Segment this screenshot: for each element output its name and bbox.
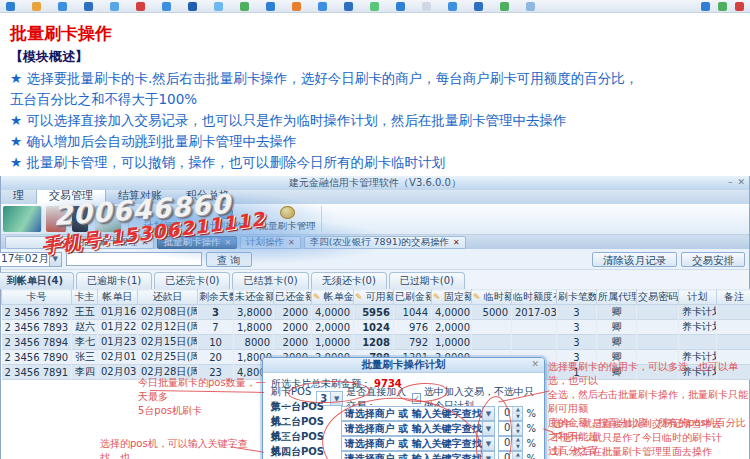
cell: 2017-03-08 [512,305,557,320]
filter-tab[interactable]: 已逾期卡(1) [76,272,152,289]
toolbar-button-计划操作[interactable]: 计划操作 [194,205,256,233]
filter-tab[interactable]: 无须还卡(0) [311,272,387,289]
column-header-已还金额[interactable]: 已还金额 [274,290,312,305]
app-title: 建元金融信用卡管理软件（V3.6.0.0） [289,176,461,190]
taskbar-icon[interactable] [266,2,275,11]
taskbar-icon[interactable] [474,2,483,11]
close-icon[interactable]: ✕ [737,177,745,187]
direct-join-checkbox[interactable]: ✓ [412,393,421,404]
tab-close-icon[interactable]: ✕ [224,238,231,247]
taskbar-icon[interactable] [162,2,171,11]
taskbar-icon[interactable] [188,2,197,11]
column-header-未还金额[interactable]: 未还金额 [234,290,274,305]
column-header-帐单金额[interactable]: ✎ 帐单金额 [312,290,354,305]
column-header-临时额度[interactable]: ✎ 临时额度 [472,290,512,305]
column-header-交易密码[interactable]: 交易密码 [637,290,679,305]
taskbar-icon[interactable] [240,2,249,11]
taskbar-icon[interactable] [718,2,727,11]
cell: 1044 [394,305,432,320]
filter-tab[interactable]: 已结算卡(0) [232,272,308,289]
doc-tab[interactable]: 批量刷卡管理✕ [75,236,155,249]
month-dropdown[interactable]: 17年02月 ▼ [0,252,62,267]
taskbar-icon[interactable] [344,2,353,11]
taskbar-icon[interactable] [84,2,93,11]
column-header-剩余天数[interactable]: 剩余天数 [198,290,234,305]
tab-close-icon[interactable]: ✕ [453,238,460,247]
taskbar-icon[interactable] [370,2,379,11]
cell: 2 3456 7892 [2,305,72,320]
taskbar-icon[interactable] [292,2,301,11]
dialog-close-icon[interactable]: ✕ [531,359,539,369]
column-header-卡主[interactable]: 卡主 [72,290,98,305]
taskbar-icon[interactable] [136,2,145,11]
clear-month-button[interactable]: 清除该月记录 [592,252,677,267]
table-row[interactable]: 2 3456 7892王五01月16日02月08日(周三)33,80002000… [2,305,750,320]
cell: 7 [198,320,234,335]
cell [637,335,679,350]
search-input[interactable] [66,252,202,266]
merchant-select[interactable]: 请选择商户 或 输入关键字查找▼ [341,451,495,459]
taskbar-icon[interactable] [58,2,67,11]
taskbar-icon[interactable] [526,2,535,11]
doc-tab[interactable]: 李四(农业银行 7891)的交易操作✕ [304,236,466,249]
stepper-arrows[interactable]: ▲▼ [512,407,522,420]
arrange-trade-button[interactable]: 交易安排 [681,252,745,267]
tab-close-icon[interactable]: ✕ [142,238,149,247]
chevron-down-icon[interactable]: ▼ [482,422,494,435]
taskbar-icon[interactable] [6,2,15,11]
percent-stepper[interactable]: 0▲▼ [498,421,524,436]
doc-tab[interactable]: ✕ [5,236,72,249]
percent-stepper[interactable]: 0▲▼ [498,451,524,459]
tab-close-icon[interactable]: ✕ [59,238,66,247]
merchant-select[interactable]: 请选择商户 或 输入关键字查找▼ [341,406,495,421]
taskbar-icon[interactable] [448,2,457,11]
filter-tab[interactable]: 已过期卡(0) [389,272,465,289]
column-header-可用额度[interactable]: ✎ 可用额度 [354,290,394,305]
column-header-所属代理[interactable]: 所属代理 [597,290,637,305]
annotation-pos-count: 今日批量刷卡的pos数量，一天最多 5台pos机刷卡 [138,376,266,418]
table-row[interactable]: 2 3456 7893赵六01月22日02月12日(周日)71,80002000… [2,320,750,335]
taskbar-icon[interactable] [735,2,744,11]
taskbar-icon[interactable] [318,2,327,11]
chevron-down-icon[interactable]: ▼ [482,437,494,450]
filter-tab[interactable]: 到帐单日(4) [0,272,74,289]
tab-close-icon[interactable]: ✕ [288,238,295,247]
column-header-固定额度[interactable]: ✎ 固定额度 [432,290,472,305]
chevron-down-icon[interactable]: ▼ [49,253,61,266]
table-row[interactable]: 2 3456 7894李七01月23日02月15日(周三)10800020001… [2,335,750,350]
percent-stepper[interactable]: 0▲▼ [498,406,524,421]
edit-pencil-icon: ✎ [355,292,363,302]
column-header-计划[interactable]: 计划 [679,290,717,305]
stepper-arrows[interactable]: ▲▼ [512,437,522,450]
percent-stepper[interactable]: 0▲▼ [498,436,524,451]
stepper-arrows[interactable]: ▲▼ [512,452,522,459]
column-header-帐单日[interactable]: 帐单日 [98,290,138,305]
merchant-select[interactable]: 请选择商户 或 输入关键字查找▼ [341,436,495,451]
merchant-select-placeholder: 请选择商户 或 输入关键字查找 [342,422,482,436]
search-button[interactable]: 查 询 [206,252,252,267]
toolbar-buttons: 计划管理计划操作批量刷卡管理 [132,205,318,233]
taskbar-icon[interactable] [500,2,509,11]
chevron-down-icon[interactable]: ▼ [482,452,494,459]
chevron-down-icon[interactable]: ▼ [482,407,494,420]
column-header-已刷金额[interactable]: 已刷金额 [394,290,432,305]
column-header-卡号[interactable]: 卡号 [2,290,72,305]
minimize-icon[interactable]: – [728,177,733,187]
taskbar-icon[interactable] [701,2,710,11]
doc-tab[interactable]: 计划操作✕ [240,236,301,249]
doc-tab[interactable]: 批量刷卡操作✕ [157,236,237,249]
column-header-临时额度有效期[interactable]: 临时额度有效期 [512,290,557,305]
taskbar-icon[interactable] [422,2,431,11]
merchant-select[interactable]: 请选择商户 或 输入关键字查找▼ [341,421,495,436]
toolbar-button-批量刷卡管理[interactable]: 批量刷卡管理 [256,205,318,233]
taskbar-icon[interactable] [214,2,223,11]
column-header-备注[interactable]: 备注 [717,290,750,305]
filter-tab[interactable]: 已还完卡(0) [154,272,230,289]
column-header-刷卡笔数[interactable]: 刷卡笔数 [557,290,597,305]
taskbar-icon[interactable] [110,2,119,11]
taskbar-icon[interactable] [32,2,41,11]
stepper-arrows[interactable]: ▲▼ [512,422,522,435]
toolbar-button-计划管理[interactable]: 计划管理 [132,205,194,233]
taskbar-icon[interactable] [396,2,405,11]
column-header-还款日[interactable]: 还款日 [138,290,198,305]
